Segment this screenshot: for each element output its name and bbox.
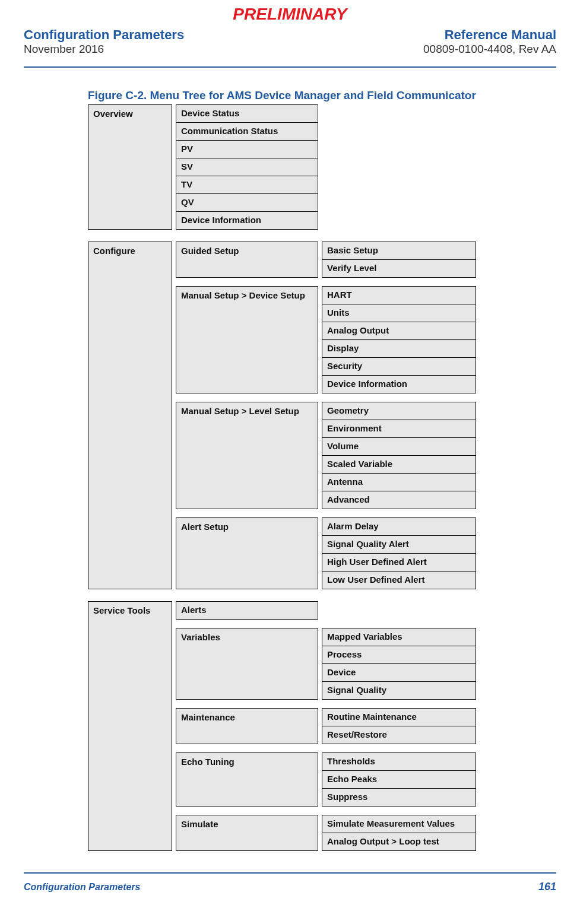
node-thresholds: Thresholds — [322, 753, 476, 771]
node-alarm-delay: Alarm Delay — [322, 518, 476, 536]
node-alerts-label: Alerts — [176, 602, 318, 619]
node-manual-level-setup-children: Geometry Environment Volume Scaled Varia… — [322, 402, 476, 509]
node-manual-device-setup-children: HART Units Analog Output Display Securit… — [322, 286, 476, 393]
group-maintenance: Maintenance Routine Maintenance Reset/Re… — [176, 708, 556, 744]
node-mapped-variables: Mapped Variables — [322, 628, 476, 646]
node-volume: Volume — [322, 438, 476, 456]
node-manual-level-setup: Manual Setup > Level Setup — [176, 402, 318, 509]
node-communication-status: Communication Status — [176, 123, 318, 141]
group-alert-setup: Alert Setup Alarm Delay Signal Quality A… — [176, 517, 556, 589]
node-geometry: Geometry — [322, 402, 476, 420]
node-analog-output: Analog Output — [322, 322, 476, 340]
node-overview-children: Device Status Communication Status PV SV… — [176, 104, 318, 230]
header-right-title: Reference Manual — [423, 27, 556, 43]
node-manual-device-setup: Manual Setup > Device Setup — [176, 286, 318, 393]
node-antenna: Antenna — [322, 474, 476, 491]
node-signal-quality: Signal Quality — [322, 682, 476, 699]
group-variables: Variables Mapped Variables Process Devic… — [176, 628, 556, 700]
node-advanced: Advanced — [322, 491, 476, 509]
node-low-user-defined-alert: Low User Defined Alert — [322, 571, 476, 589]
group-manual-level-setup: Manual Setup > Level Setup Geometry Envi… — [176, 402, 556, 509]
node-alerts: Alerts — [176, 601, 318, 620]
header-right-docnum: 00809-0100-4408, Rev AA — [423, 43, 556, 56]
figure-caption: Figure C-2. Menu Tree for AMS Device Man… — [88, 89, 556, 102]
node-scaled-variable: Scaled Variable — [322, 456, 476, 474]
tree-row-overview: Overview Device Status Communication Sta… — [88, 104, 556, 230]
node-display: Display — [322, 340, 476, 358]
header-left-title: Configuration Parameters — [24, 27, 184, 43]
node-simulate-measurement-values: Simulate Measurement Values — [322, 815, 476, 833]
node-environment: Environment — [322, 420, 476, 438]
node-overview: Overview — [88, 104, 172, 230]
node-tv: TV — [176, 176, 318, 194]
node-guided-setup-children: Basic Setup Verify Level — [322, 242, 476, 278]
header-left-date: November 2016 — [24, 43, 184, 56]
node-routine-maintenance: Routine Maintenance — [322, 709, 476, 726]
node-signal-quality-alert: Signal Quality Alert — [322, 536, 476, 554]
node-pv: PV — [176, 141, 318, 158]
node-echo-tuning: Echo Tuning — [176, 752, 318, 806]
node-variables-children: Mapped Variables Process Device Signal Q… — [322, 628, 476, 700]
node-echo-tuning-children: Thresholds Echo Peaks Suppress — [322, 752, 476, 806]
group-guided-setup: Guided Setup Basic Setup Verify Level — [176, 242, 556, 278]
page-footer: Configuration Parameters 161 — [24, 881, 556, 893]
node-high-user-defined-alert: High User Defined Alert — [322, 554, 476, 571]
node-security: Security — [322, 358, 476, 376]
node-service-tools: Service Tools — [88, 601, 172, 851]
node-alert-setup-children: Alarm Delay Signal Quality Alert High Us… — [322, 517, 476, 589]
group-simulate: Simulate Simulate Measurement Values Ana… — [176, 815, 556, 851]
node-device: Device — [322, 664, 476, 682]
node-alert-setup: Alert Setup — [176, 517, 318, 589]
node-maintenance: Maintenance — [176, 708, 318, 744]
node-qv: QV — [176, 194, 318, 212]
node-variables: Variables — [176, 628, 318, 700]
node-simulate-children: Simulate Measurement Values Analog Outpu… — [322, 815, 476, 851]
node-reset-restore: Reset/Restore — [322, 726, 476, 744]
node-process: Process — [322, 646, 476, 664]
footer-section-title: Configuration Parameters — [24, 882, 140, 893]
watermark-text: PRELIMINARY — [24, 0, 556, 24]
group-alerts: Alerts — [176, 601, 556, 620]
page-header: Configuration Parameters November 2016 R… — [24, 24, 556, 56]
node-analog-output-loop-test: Analog Output > Loop test — [322, 833, 476, 850]
node-device-information-2: Device Information — [322, 376, 476, 393]
node-echo-peaks: Echo Peaks — [322, 771, 476, 789]
group-echo-tuning: Echo Tuning Thresholds Echo Peaks Suppre… — [176, 752, 556, 806]
node-maintenance-children: Routine Maintenance Reset/Restore — [322, 708, 476, 744]
node-hart: HART — [322, 287, 476, 304]
footer-page-number: 161 — [538, 881, 556, 893]
node-configure: Configure — [88, 242, 172, 589]
node-guided-setup: Guided Setup — [176, 242, 318, 278]
node-basic-setup: Basic Setup — [322, 242, 476, 260]
node-device-status: Device Status — [176, 105, 318, 123]
tree-row-service-tools: Service Tools Alerts Variables Mapped Va… — [88, 601, 556, 851]
tree-row-configure: Configure Guided Setup Basic Setup Verif… — [88, 242, 556, 589]
menu-tree: Overview Device Status Communication Sta… — [88, 104, 556, 851]
node-simulate: Simulate — [176, 815, 318, 851]
node-sv: SV — [176, 158, 318, 176]
node-suppress: Suppress — [322, 789, 476, 806]
header-divider — [24, 66, 556, 68]
node-units: Units — [322, 304, 476, 322]
node-verify-level: Verify Level — [322, 260, 476, 277]
node-device-information: Device Information — [176, 212, 318, 229]
footer-divider — [24, 872, 556, 874]
group-manual-device-setup: Manual Setup > Device Setup HART Units A… — [176, 286, 556, 393]
